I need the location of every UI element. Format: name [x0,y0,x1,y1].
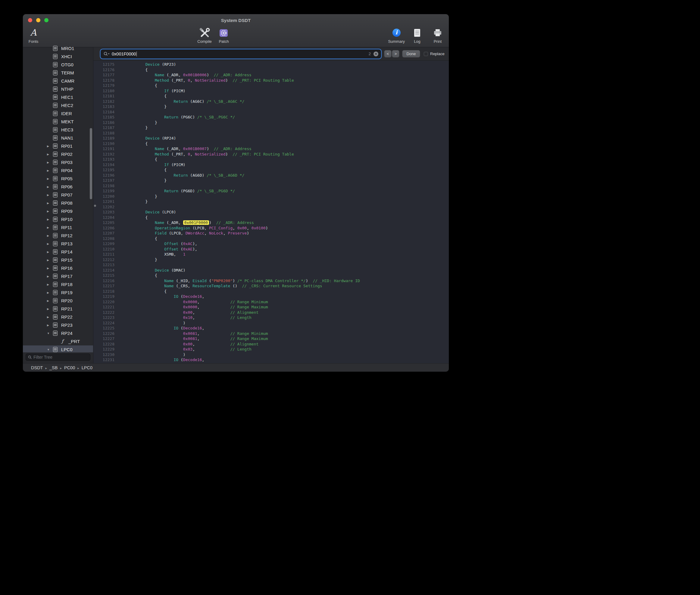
breadcrumb-item[interactable]: _SB [50,365,58,370]
sidebar-item-camr[interactable]: CAMR [23,77,93,85]
close-button[interactable] [28,18,32,22]
editor-scrollbar-dot[interactable] [94,205,96,207]
sidebar-item-mekt[interactable]: MEKT [23,118,93,126]
disclosure-expanded-icon[interactable]: ▼ [46,332,53,335]
replace-checkbox[interactable] [424,52,428,56]
breadcrumb-item[interactable]: LPC0 [82,365,92,370]
disclosure-collapsed-icon[interactable]: ▶ [46,324,53,327]
find-input[interactable]: 0x001F0000 [112,52,136,56]
print-button[interactable]: Print [429,27,446,44]
sidebar-item-rp18[interactable]: ▶RP18 [23,280,93,288]
sidebar-item-rp05[interactable]: ▶RP05 [23,174,93,183]
sidebar-item-rp20[interactable]: ▶RP20 [23,296,93,305]
line-number: 12214 [93,268,115,273]
breadcrumb-item[interactable]: PC00 [64,365,75,370]
search-menu-icon[interactable] [103,51,110,56]
sidebar-item-rp24[interactable]: ▼RP24 [23,329,93,337]
sidebar-item-xhci[interactable]: XHCI [23,52,93,61]
disclosure-expanded-icon[interactable]: ▼ [46,348,53,351]
disclosure-collapsed-icon[interactable]: ▶ [46,186,53,189]
disclosure-collapsed-icon[interactable]: ▶ [46,226,53,229]
summary-button[interactable]: Summary [388,27,405,44]
filter-tree-field[interactable] [26,353,90,361]
sidebar-item-rp22[interactable]: ▶RP22 [23,313,93,321]
find-field[interactable]: 0x001F0000 2 [101,50,381,58]
find-previous-button[interactable]: < [384,50,391,57]
disclosure-collapsed-icon[interactable]: ▶ [46,177,53,180]
sidebar-item-rp23[interactable]: ▶RP23 [23,321,93,329]
disclosure-collapsed-icon[interactable]: ▶ [46,169,53,172]
code-editor[interactable]: 12175 Device (RP23)12176 {12177 Name (_A… [93,61,449,363]
sidebar-item-rp13[interactable]: ▶RP13 [23,239,93,248]
titlebar[interactable]: System DSDT [23,14,449,26]
disclosure-collapsed-icon[interactable]: ▶ [46,307,53,310]
sidebar-item-rp21[interactable]: ▶RP21 [23,305,93,313]
sidebar-item-rp10[interactable]: ▶RP10 [23,215,93,223]
sidebar-item-rp08[interactable]: ▶RP08 [23,199,93,207]
filter-tree-input[interactable] [33,355,88,360]
disclosure-collapsed-icon[interactable]: ▶ [46,145,53,148]
disclosure-collapsed-icon[interactable]: ▶ [46,299,53,302]
disclosure-collapsed-icon[interactable]: ▶ [46,161,53,164]
sidebar-item-mro1[interactable]: MRO1 [23,44,93,52]
disclosure-collapsed-icon[interactable]: ▶ [46,291,53,294]
disclosure-collapsed-icon[interactable]: ▶ [46,234,53,237]
sidebar-item-rp09[interactable]: ▶RP09 [23,207,93,215]
breadcrumb-item[interactable]: DSDT [31,365,43,370]
sidebar-item-term[interactable]: TERM [23,69,93,77]
disclosure-collapsed-icon[interactable]: ▶ [46,242,53,245]
sidebar-item-lpc0[interactable]: ▼LPC0 [23,345,93,352]
fonts-button[interactable]: Fonts [25,27,41,44]
code-line: 12187 } [93,125,449,131]
disclosure-collapsed-icon[interactable]: ▶ [46,202,53,205]
disclosure-collapsed-icon[interactable]: ▶ [46,218,53,221]
sidebar-item-rp15[interactable]: ▶RP15 [23,256,93,264]
sidebar-item-hec3[interactable]: HEC3 [23,126,93,134]
sidebar-item-hec2[interactable]: HEC2 [23,101,93,109]
line-number: 12177 [93,72,115,78]
sidebar-item-hec1[interactable]: HEC1 [23,93,93,101]
compile-button[interactable]: Compile [196,27,213,44]
zoom-button[interactable] [44,18,49,22]
sidebar-item-rp02[interactable]: ▶RP02 [23,150,93,158]
disclosure-collapsed-icon[interactable]: ▶ [46,275,53,278]
breadcrumb: DSDT▸_SB▸PC00▸LPC0 [31,365,92,370]
code-line: 12184 [93,109,449,115]
disclosure-collapsed-icon[interactable]: ▶ [46,153,53,156]
done-button[interactable]: Done [402,50,420,57]
sidebar-item-otg0[interactable]: OTG0 [23,61,93,69]
disclosure-collapsed-icon[interactable]: ▶ [46,316,53,319]
sidebar-item-rp11[interactable]: ▶RP11 [23,223,93,231]
sidebar-item-rp14[interactable]: ▶RP14 [23,248,93,256]
sidebar-item-rp19[interactable]: ▶RP19 [23,288,93,296]
line-number: 12226 [93,331,115,336]
sidebar-item-nan1[interactable]: NAN1 [23,134,93,142]
clear-search-icon[interactable] [373,52,378,56]
sidebar-item-nthp[interactable]: NTHP [23,85,93,93]
sidebar-item-rp12[interactable]: ▶RP12 [23,231,93,239]
disclosure-collapsed-icon[interactable]: ▶ [46,210,53,213]
disclosure-collapsed-icon[interactable]: ▶ [46,194,53,197]
sidebar-item-rp06[interactable]: ▶RP06 [23,183,93,191]
disclosure-collapsed-icon[interactable]: ▶ [46,267,53,270]
sidebar-item-ider[interactable]: IDER [23,109,93,118]
sidebar-item-label: RP13 [61,241,72,246]
sidebar-scrollbar-thumb[interactable] [90,128,92,199]
patch-button[interactable]: Patch [216,27,232,44]
minimize-button[interactable] [36,18,40,22]
sidebar-item-rp16[interactable]: ▶RP16 [23,264,93,272]
sidebar-item-rp04[interactable]: ▶RP04 [23,166,93,174]
line-number: 12189 [93,136,115,141]
toolbar: Fonts Compile [23,26,449,47]
sidebar-item-_prt[interactable]: ƒ_PRT [23,337,93,345]
sidebar-item-rp17[interactable]: ▶RP17 [23,272,93,280]
log-button[interactable]: Log [409,27,425,44]
method-icon: ƒ [60,339,65,344]
sidebar-item-rp03[interactable]: ▶RP03 [23,158,93,166]
find-next-button[interactable]: > [392,50,399,57]
disclosure-collapsed-icon[interactable]: ▶ [46,283,53,286]
disclosure-collapsed-icon[interactable]: ▶ [46,251,53,254]
disclosure-collapsed-icon[interactable]: ▶ [46,259,53,262]
sidebar-item-rp07[interactable]: ▶RP07 [23,191,93,199]
sidebar-item-rp01[interactable]: ▶RP01 [23,142,93,150]
